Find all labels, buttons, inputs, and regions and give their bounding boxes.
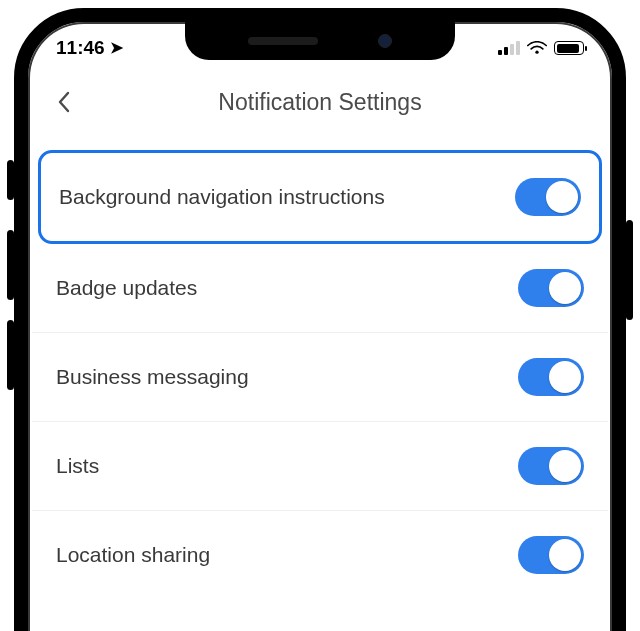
toggle-knob	[549, 539, 581, 571]
battery-icon	[554, 41, 584, 55]
cellular-signal-icon	[498, 41, 520, 55]
setting-row-location-sharing: Location sharing	[32, 511, 608, 599]
setting-row-lists: Lists	[32, 422, 608, 511]
back-button[interactable]	[46, 84, 82, 120]
toggle-knob	[546, 181, 578, 213]
setting-row-badge-updates: Badge updates	[32, 244, 608, 333]
setting-label: Business messaging	[56, 365, 249, 389]
page-title: Notification Settings	[218, 89, 421, 116]
toggle-business-messaging[interactable]	[518, 358, 584, 396]
volume-up-button	[7, 230, 14, 300]
toggle-background-navigation[interactable]	[515, 178, 581, 216]
notch	[185, 22, 455, 60]
setting-label: Badge updates	[56, 276, 197, 300]
toggle-knob	[549, 450, 581, 482]
toggle-location-sharing[interactable]	[518, 536, 584, 574]
mute-switch	[7, 160, 14, 200]
setting-row-business-messaging: Business messaging	[32, 333, 608, 422]
speaker	[248, 37, 318, 45]
setting-label: Lists	[56, 454, 99, 478]
volume-down-button	[7, 320, 14, 390]
svg-point-0	[535, 51, 538, 54]
front-camera	[378, 34, 392, 48]
page-header: Notification Settings	[28, 74, 612, 130]
phone-screen: 11:46 ➤ Notificat	[14, 8, 626, 631]
setting-label: Location sharing	[56, 543, 210, 567]
status-time: 11:46	[56, 37, 105, 59]
toggle-lists[interactable]	[518, 447, 584, 485]
toggle-badge-updates[interactable]	[518, 269, 584, 307]
wifi-icon	[527, 41, 547, 55]
setting-row-background-navigation: Background navigation instructions	[38, 150, 602, 244]
power-button	[626, 220, 633, 320]
settings-list: Background navigation instructions Badge…	[28, 150, 612, 599]
location-services-icon: ➤	[110, 38, 123, 57]
chevron-left-icon	[55, 90, 73, 114]
setting-label: Background navigation instructions	[59, 185, 385, 209]
toggle-knob	[549, 361, 581, 393]
toggle-knob	[549, 272, 581, 304]
